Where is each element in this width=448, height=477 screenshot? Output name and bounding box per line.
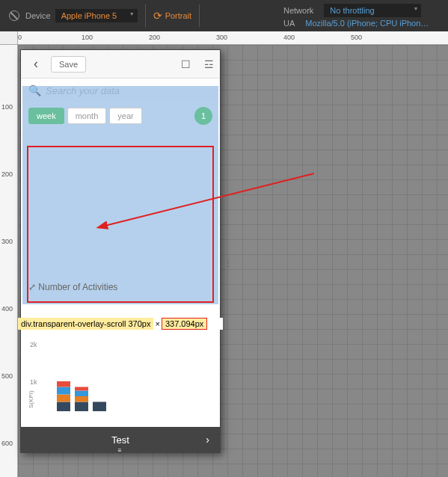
- svg-rect-2: [57, 387, 70, 395]
- network-select[interactable]: No throttling: [324, 4, 421, 17]
- list-icon[interactable]: ☲: [204, 58, 214, 70]
- y-axis-label: S(KPI): [28, 390, 34, 408]
- search-placeholder: Search your data: [46, 85, 120, 96]
- ruler-tick: 300: [216, 34, 227, 41]
- ua-label: UA: [283, 19, 295, 28]
- ruler-tick: 500: [1, 372, 13, 380]
- chevron-right-icon: ›: [206, 434, 209, 446]
- ruler-vertical: 100 200 300 400 500 600: [0, 45, 18, 477]
- drag-handle-icon[interactable]: ≡: [105, 447, 135, 453]
- bar-chart: 2k 1k S(KPI): [27, 336, 214, 419]
- ruler-tick: 400: [1, 305, 13, 313]
- device-label: Device: [25, 11, 51, 20]
- device-select[interactable]: Apple iPhone 5: [55, 9, 138, 22]
- ua-value[interactable]: Mozilla/5.0 (iPhone; CPU iPhon…: [305, 19, 429, 28]
- chart-title: ⤢ Number of Activities: [21, 279, 220, 295]
- search-row[interactable]: 🔍 Search your data: [21, 79, 220, 102]
- bookmark-icon[interactable]: ☐: [181, 58, 191, 70]
- ruler-horizontal: 0 100 200 300 400 500: [18, 31, 448, 45]
- search-icon: 🔍: [28, 84, 41, 96]
- rotate-icon[interactable]: ⟳: [153, 10, 162, 22]
- ruler-tick: 0: [18, 34, 22, 41]
- bottom-label: Test: [111, 434, 129, 446]
- resize-handle-icon[interactable]: ⋮⋮: [217, 251, 224, 275]
- tooltip-width: 370px: [128, 319, 150, 328]
- orientation-value[interactable]: Portrait: [165, 11, 191, 20]
- ruler-tick: 300: [1, 238, 13, 245]
- svg-rect-5: [75, 396, 88, 402]
- canvas: 0 100 200 300 400 500 100 200 300 400 50…: [0, 31, 448, 477]
- ruler-tick: 100: [1, 103, 13, 111]
- svg-rect-6: [75, 391, 88, 397]
- tooltip-sep: ×: [153, 318, 161, 330]
- devtools-toolbar: Device Apple iPhone 5 ⟳ Portrait Network…: [0, 0, 448, 31]
- ruler-tick: 200: [1, 170, 13, 178]
- toolbar-right: Network No throttling UA Mozilla/5.0 (iP…: [283, 2, 448, 29]
- app-header: ‹ Save ☐ ☲: [21, 50, 220, 79]
- ruler-tick: 100: [82, 34, 93, 41]
- inspector-tooltip: div.transparent-overlay-scroll 370px × 3…: [18, 318, 223, 330]
- device-frame: ‹ Save ☐ ☲ 🔍 Search your data week month…: [20, 49, 221, 453]
- back-button[interactable]: ‹: [27, 55, 45, 73]
- ruler-corner: [0, 31, 18, 45]
- no-entry-icon[interactable]: [9, 10, 19, 21]
- ytick: 2k: [30, 341, 37, 348]
- svg-rect-3: [57, 381, 70, 387]
- svg-rect-8: [93, 402, 106, 412]
- chart-area: 2k 1k S(KPI): [21, 333, 220, 422]
- tooltip-selector: div.transparent-overlay-scroll: [21, 319, 126, 328]
- count-badge[interactable]: 1: [194, 107, 212, 125]
- svg-rect-0: [57, 402, 70, 412]
- svg-rect-7: [75, 387, 88, 391]
- period-tabs: week month year 1: [21, 102, 220, 129]
- ruler-tick: 200: [149, 34, 160, 41]
- annotation-box-2: 337.094px: [162, 318, 207, 330]
- network-label: Network: [283, 6, 313, 15]
- tab-week[interactable]: week: [28, 108, 64, 124]
- toolbar-left: Device Apple iPhone 5 ⟳ Portrait: [0, 4, 283, 27]
- ruler-tick: 600: [1, 440, 13, 447]
- tab-month[interactable]: month: [67, 108, 107, 124]
- save-button[interactable]: Save: [51, 56, 86, 73]
- ruler-tick: 400: [283, 34, 295, 41]
- svg-rect-4: [75, 402, 88, 412]
- svg-rect-1: [57, 395, 70, 402]
- ytick: 1k: [30, 378, 37, 386]
- ruler-tick: 500: [351, 34, 362, 41]
- tab-year[interactable]: year: [109, 108, 141, 124]
